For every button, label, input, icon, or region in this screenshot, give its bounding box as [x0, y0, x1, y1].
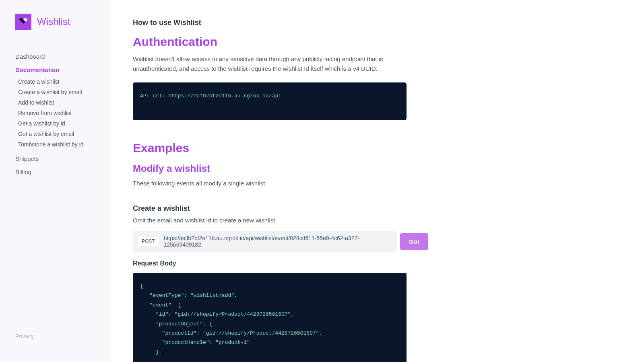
privacy-link[interactable]: Privacy — [15, 333, 34, 339]
nav-sub-get-wishlist-id[interactable]: Get a wishlist by id — [18, 118, 95, 129]
request-row: POST https://ecfb2bf2e11b.au.ngrok.io/ap… — [133, 231, 621, 252]
nav-sub-remove-from-wishlist[interactable]: Remove from wishlist — [18, 108, 95, 118]
nav-sub-create-wishlist-email[interactable]: Create a wishlist by email — [18, 87, 95, 97]
nav-sub-create-wishlist[interactable]: Create a wishlist — [18, 76, 95, 87]
nav-sub-add-to-wishlist[interactable]: Add to wishlist — [18, 97, 95, 108]
modify-desc: These following events all modify a sing… — [133, 180, 621, 187]
nav-sub-tombstone-wishlist[interactable]: Tombstone a wishlist by id — [18, 139, 95, 150]
examples-title: Examples — [133, 141, 621, 155]
auth-code-block: API url: https://ecfb2bf2e11b.au.ngrok.i… — [133, 82, 407, 120]
create-title: Create a wishlist — [133, 204, 621, 213]
create-desc: Omit the email and wishlist id to create… — [133, 217, 621, 224]
nav-sub-get-wishlist-email[interactable]: Get a wishlist by email — [18, 129, 95, 139]
main-content: How to use Wishlist Authentication Wishl… — [110, 0, 644, 362]
nav-dashboard[interactable]: Dashboard — [15, 50, 95, 63]
request-body-code: { "eventType": "wishlist/add", "event": … — [133, 273, 407, 362]
nav-snippets[interactable]: Snippets — [15, 152, 95, 165]
auth-desc: Wishlist doesn't allow access to any sen… — [133, 54, 423, 74]
logo-icon — [15, 14, 31, 30]
sidebar: Wishlist Dashboard Documentation Create … — [0, 0, 110, 362]
auth-title: Authentication — [133, 35, 621, 49]
page-title: How to use Wishlist — [133, 19, 621, 27]
app-name: Wishlist — [37, 16, 70, 27]
sidebar-nav: Dashboard Documentation Create a wishlis… — [0, 50, 110, 179]
method-badge: POST — [138, 237, 159, 246]
nav-documentation-sub: Create a wishlist Create a wishlist by e… — [15, 76, 95, 150]
go-button[interactable]: Go! — [400, 233, 428, 250]
nav-documentation[interactable]: Documentation — [15, 63, 95, 76]
nav-billing[interactable]: Billing — [15, 165, 95, 179]
request-body-label: Request Body — [133, 260, 621, 267]
request-box: POST https://ecfb2bf2e11b.au.ngrok.io/ap… — [133, 231, 397, 252]
request-url: https://ecfb2bf2e11b.au.ngrok.io/api/wis… — [164, 235, 392, 248]
logo-area: Wishlist — [0, 14, 110, 30]
modify-title: Modify a wishlist — [133, 163, 621, 174]
